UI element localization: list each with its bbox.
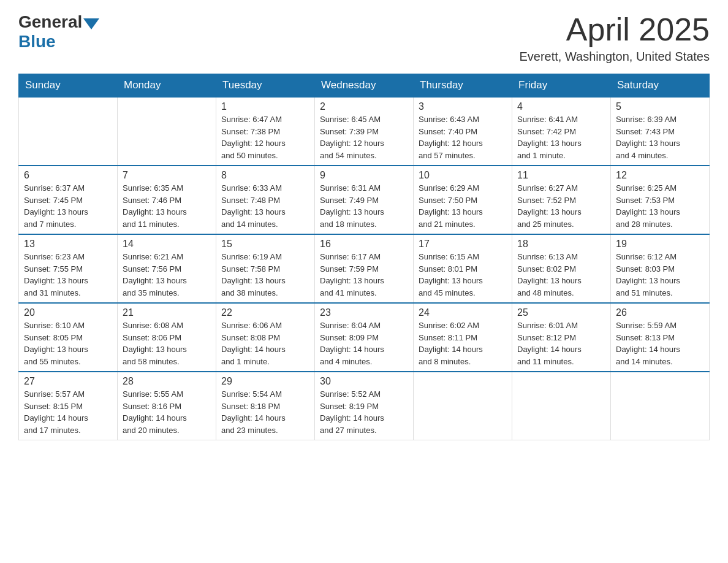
day-of-week-header: Tuesday xyxy=(216,74,315,98)
day-number: 26 xyxy=(616,307,704,318)
calendar-cell: 6Sunrise: 6:37 AM Sunset: 7:45 PM Daylig… xyxy=(19,166,118,234)
day-number: 9 xyxy=(320,170,408,181)
day-info: Sunrise: 6:12 AM Sunset: 8:03 PM Dayligh… xyxy=(616,251,704,299)
calendar-cell: 11Sunrise: 6:27 AM Sunset: 7:52 PM Dayli… xyxy=(512,166,611,234)
calendar-cell: 25Sunrise: 6:01 AM Sunset: 8:12 PM Dayli… xyxy=(512,303,611,372)
day-info: Sunrise: 6:15 AM Sunset: 8:01 PM Dayligh… xyxy=(419,251,507,299)
day-number: 12 xyxy=(616,170,704,181)
day-info: Sunrise: 6:08 AM Sunset: 8:06 PM Dayligh… xyxy=(123,320,211,367)
day-number: 20 xyxy=(24,307,112,318)
calendar-cell: 18Sunrise: 6:13 AM Sunset: 8:02 PM Dayli… xyxy=(512,234,611,303)
day-info: Sunrise: 6:13 AM Sunset: 8:02 PM Dayligh… xyxy=(517,251,605,299)
day-info: Sunrise: 6:45 AM Sunset: 7:39 PM Dayligh… xyxy=(320,113,408,161)
day-info: Sunrise: 6:27 AM Sunset: 7:52 PM Dayligh… xyxy=(517,182,605,230)
day-number: 19 xyxy=(616,239,704,250)
month-title: April 2025 xyxy=(519,12,710,47)
calendar-cell: 27Sunrise: 5:57 AM Sunset: 8:15 PM Dayli… xyxy=(19,372,118,440)
day-number: 16 xyxy=(320,239,408,250)
calendar-cell: 3Sunrise: 6:43 AM Sunset: 7:40 PM Daylig… xyxy=(414,97,512,166)
calendar-cell: 22Sunrise: 6:06 AM Sunset: 8:08 PM Dayli… xyxy=(216,303,315,372)
page-header: General Blue April 2025 Everett, Washing… xyxy=(18,12,710,64)
day-number: 10 xyxy=(419,170,507,181)
calendar-cell: 5Sunrise: 6:39 AM Sunset: 7:43 PM Daylig… xyxy=(611,97,710,166)
calendar-cell: 28Sunrise: 5:55 AM Sunset: 8:16 PM Dayli… xyxy=(118,372,216,440)
day-number: 27 xyxy=(24,376,112,387)
day-info: Sunrise: 6:35 AM Sunset: 7:46 PM Dayligh… xyxy=(123,182,211,230)
calendar-header-row: SundayMondayTuesdayWednesdayThursdayFrid… xyxy=(19,74,710,98)
day-info: Sunrise: 6:21 AM Sunset: 7:56 PM Dayligh… xyxy=(123,251,211,299)
day-number: 7 xyxy=(123,170,211,181)
day-info: Sunrise: 6:31 AM Sunset: 7:49 PM Dayligh… xyxy=(320,182,408,230)
calendar-cell xyxy=(512,372,611,440)
day-info: Sunrise: 6:19 AM Sunset: 7:58 PM Dayligh… xyxy=(221,251,309,299)
logo: General Blue xyxy=(18,12,99,52)
day-number: 4 xyxy=(517,101,605,112)
day-number: 17 xyxy=(419,239,507,250)
day-number: 29 xyxy=(221,376,309,387)
day-info: Sunrise: 6:01 AM Sunset: 8:12 PM Dayligh… xyxy=(517,320,605,367)
calendar-cell: 13Sunrise: 6:23 AM Sunset: 7:55 PM Dayli… xyxy=(19,234,118,303)
location-title: Everett, Washington, United States xyxy=(519,50,710,64)
calendar-cell: 2Sunrise: 6:45 AM Sunset: 7:39 PM Daylig… xyxy=(315,97,414,166)
day-info: Sunrise: 6:06 AM Sunset: 8:08 PM Dayligh… xyxy=(221,320,309,367)
calendar-cell xyxy=(118,97,216,166)
day-info: Sunrise: 6:41 AM Sunset: 7:42 PM Dayligh… xyxy=(517,113,605,161)
calendar-cell: 7Sunrise: 6:35 AM Sunset: 7:46 PM Daylig… xyxy=(118,166,216,234)
logo-general-text: General xyxy=(18,12,82,32)
day-number: 11 xyxy=(517,170,605,181)
day-info: Sunrise: 6:29 AM Sunset: 7:50 PM Dayligh… xyxy=(419,182,507,230)
calendar-cell xyxy=(414,372,512,440)
day-number: 13 xyxy=(24,239,112,250)
calendar-cell: 19Sunrise: 6:12 AM Sunset: 8:03 PM Dayli… xyxy=(611,234,710,303)
day-number: 21 xyxy=(123,307,211,318)
title-section: April 2025 Everett, Washington, United S… xyxy=(519,12,710,64)
calendar-cell: 24Sunrise: 6:02 AM Sunset: 8:11 PM Dayli… xyxy=(414,303,512,372)
day-number: 23 xyxy=(320,307,408,318)
day-info: Sunrise: 6:02 AM Sunset: 8:11 PM Dayligh… xyxy=(419,320,507,367)
day-number: 1 xyxy=(221,101,309,112)
calendar-cell: 21Sunrise: 6:08 AM Sunset: 8:06 PM Dayli… xyxy=(118,303,216,372)
calendar-cell: 8Sunrise: 6:33 AM Sunset: 7:48 PM Daylig… xyxy=(216,166,315,234)
calendar-cell: 23Sunrise: 6:04 AM Sunset: 8:09 PM Dayli… xyxy=(315,303,414,372)
calendar-week-row: 13Sunrise: 6:23 AM Sunset: 7:55 PM Dayli… xyxy=(19,234,710,303)
day-info: Sunrise: 6:39 AM Sunset: 7:43 PM Dayligh… xyxy=(616,113,704,161)
calendar-cell: 20Sunrise: 6:10 AM Sunset: 8:05 PM Dayli… xyxy=(19,303,118,372)
calendar-week-row: 6Sunrise: 6:37 AM Sunset: 7:45 PM Daylig… xyxy=(19,166,710,234)
day-of-week-header: Sunday xyxy=(19,74,118,98)
day-number: 6 xyxy=(24,170,112,181)
day-info: Sunrise: 5:59 AM Sunset: 8:13 PM Dayligh… xyxy=(616,320,704,367)
day-number: 22 xyxy=(221,307,309,318)
calendar-cell: 29Sunrise: 5:54 AM Sunset: 8:18 PM Dayli… xyxy=(216,372,315,440)
calendar-cell: 9Sunrise: 6:31 AM Sunset: 7:49 PM Daylig… xyxy=(315,166,414,234)
day-of-week-header: Saturday xyxy=(611,74,710,98)
calendar-cell: 17Sunrise: 6:15 AM Sunset: 8:01 PM Dayli… xyxy=(414,234,512,303)
logo-blue-text: Blue xyxy=(18,32,56,51)
day-number: 3 xyxy=(419,101,507,112)
day-info: Sunrise: 5:52 AM Sunset: 8:19 PM Dayligh… xyxy=(320,388,408,436)
calendar-week-row: 27Sunrise: 5:57 AM Sunset: 8:15 PM Dayli… xyxy=(19,372,710,440)
day-info: Sunrise: 6:25 AM Sunset: 7:53 PM Dayligh… xyxy=(616,182,704,230)
calendar-cell xyxy=(611,372,710,440)
day-info: Sunrise: 5:54 AM Sunset: 8:18 PM Dayligh… xyxy=(221,388,309,436)
calendar-cell: 4Sunrise: 6:41 AM Sunset: 7:42 PM Daylig… xyxy=(512,97,611,166)
calendar-cell: 15Sunrise: 6:19 AM Sunset: 7:58 PM Dayli… xyxy=(216,234,315,303)
day-number: 5 xyxy=(616,101,704,112)
day-info: Sunrise: 6:47 AM Sunset: 7:38 PM Dayligh… xyxy=(221,113,309,161)
day-info: Sunrise: 6:23 AM Sunset: 7:55 PM Dayligh… xyxy=(24,251,112,299)
day-number: 8 xyxy=(221,170,309,181)
day-number: 2 xyxy=(320,101,408,112)
calendar-cell: 30Sunrise: 5:52 AM Sunset: 8:19 PM Dayli… xyxy=(315,372,414,440)
day-of-week-header: Monday xyxy=(118,74,216,98)
calendar-table: SundayMondayTuesdayWednesdayThursdayFrid… xyxy=(18,74,710,440)
day-info: Sunrise: 6:37 AM Sunset: 7:45 PM Dayligh… xyxy=(24,182,112,230)
day-number: 18 xyxy=(517,239,605,250)
day-number: 24 xyxy=(419,307,507,318)
calendar-week-row: 1Sunrise: 6:47 AM Sunset: 7:38 PM Daylig… xyxy=(19,97,710,166)
day-info: Sunrise: 6:04 AM Sunset: 8:09 PM Dayligh… xyxy=(320,320,408,367)
day-of-week-header: Thursday xyxy=(414,74,512,98)
calendar-cell: 1Sunrise: 6:47 AM Sunset: 7:38 PM Daylig… xyxy=(216,97,315,166)
calendar-week-row: 20Sunrise: 6:10 AM Sunset: 8:05 PM Dayli… xyxy=(19,303,710,372)
day-of-week-header: Wednesday xyxy=(315,74,414,98)
day-number: 14 xyxy=(123,239,211,250)
calendar-cell: 14Sunrise: 6:21 AM Sunset: 7:56 PM Dayli… xyxy=(118,234,216,303)
